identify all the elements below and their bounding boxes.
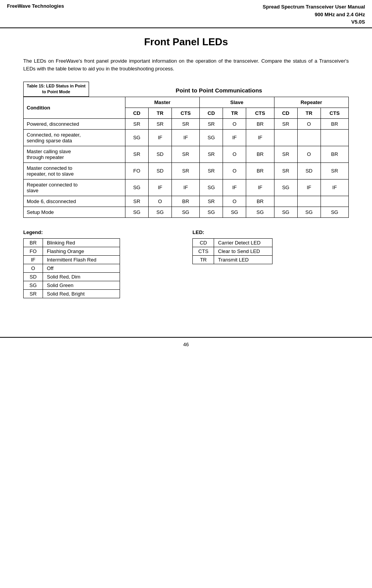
data-cell — [321, 196, 348, 207]
data-cell: IF — [223, 179, 246, 196]
legend-abbr: O — [24, 264, 43, 272]
legend-desc: Intermittent Flash Red — [43, 255, 120, 264]
legend-row: BRBlinking Red — [24, 238, 120, 247]
repeater-group-header: Repeater — [274, 97, 348, 108]
data-cell: SG — [148, 207, 171, 217]
legend-abbr: SD — [24, 272, 43, 281]
legend-row: SGSolid Green — [24, 281, 120, 289]
data-cell: SR — [274, 118, 297, 129]
data-cell: BR — [321, 118, 348, 129]
data-cell: SG — [223, 207, 246, 217]
condition-cell: Master connected torepeater, not to slav… — [24, 162, 125, 179]
data-cell: SR — [200, 162, 223, 179]
slave-group-header: Slave — [200, 97, 274, 108]
data-cell: SD — [148, 162, 171, 179]
legend-abbr: FO — [24, 247, 43, 255]
master-cd-header: CD — [125, 108, 148, 118]
data-cell: SG — [125, 179, 148, 196]
led-abbr: CTS — [193, 247, 214, 255]
legend-row: SDSolid Red, Dim — [24, 272, 120, 281]
data-cell: O — [223, 146, 246, 162]
table-row: Repeater connected toslaveSGIFIFSGIFIFSG… — [24, 179, 349, 196]
legend-abbr: IF — [24, 255, 43, 264]
document-title: Spread Spectrum Transceiver User Manual … — [263, 3, 365, 26]
condition-cell: Mode 6, disconnected — [24, 196, 125, 207]
master-tr-header: TR — [148, 108, 171, 118]
data-cell: SR — [148, 118, 171, 129]
legend-abbr: SG — [24, 281, 43, 289]
legend-led-section: Legend: BRBlinking RedFOFlashing OrangeI… — [23, 229, 349, 298]
condition-cell: Powered, disconnected — [24, 118, 125, 129]
legend-desc: Solid Red, Dim — [43, 272, 120, 281]
section-title: Point to Point Communications — [89, 87, 349, 94]
data-cell: SG — [200, 179, 223, 196]
data-cell: SR — [274, 162, 297, 179]
data-cell: O — [223, 196, 246, 207]
data-cell: IF — [246, 179, 274, 196]
data-cell — [297, 196, 321, 207]
data-cell: SG — [200, 129, 223, 146]
data-cell: BR — [246, 118, 274, 129]
data-cell: SR — [200, 146, 223, 162]
table-row: Master calling slavethrough repeaterSRSD… — [24, 146, 349, 162]
legend-desc: Flashing Orange — [43, 247, 120, 255]
legend-desc: Solid Red, Bright — [43, 289, 120, 298]
led-table: CDCarrier Detect LEDCTSClear to Send LED… — [192, 238, 273, 264]
legend-row: OOff — [24, 264, 120, 272]
led-row: CTSClear to Send LED — [193, 247, 273, 255]
data-cell: BR — [171, 196, 199, 207]
data-cell: SR — [125, 196, 148, 207]
data-cell: SR — [274, 146, 297, 162]
data-cell: SR — [171, 118, 199, 129]
data-cell: BR — [246, 146, 274, 162]
data-cell: FO — [125, 162, 148, 179]
data-cell: SG — [200, 207, 223, 217]
data-cell: SG — [321, 207, 348, 217]
table-row: Powered, disconnectedSRSRSRSROBRSROBR — [24, 118, 349, 129]
led-desc: Clear to Send LED — [214, 247, 273, 255]
company-name: FreeWave Technologies — [7, 3, 64, 9]
data-cell: IF — [246, 129, 274, 146]
page-body: Front Panel LEDs The LEDs on FreeWave's … — [0, 28, 372, 314]
data-cell: BR — [246, 196, 274, 207]
data-cell: IF — [148, 179, 171, 196]
data-cell: SR — [171, 146, 199, 162]
table-caption: Table 15: LED Status in Point to Point M… — [23, 82, 89, 97]
data-cell: SG — [274, 179, 297, 196]
table-row: Mode 6, disconnectedSROBRSROBR — [24, 196, 349, 207]
data-cell — [274, 129, 297, 146]
slave-cd-header: CD — [200, 108, 223, 118]
table-row: Setup ModeSGSGSGSGSGSGSGSGSG — [24, 207, 349, 217]
data-cell — [297, 129, 321, 146]
condition-cell: Setup Mode — [24, 207, 125, 217]
slave-tr-header: TR — [223, 108, 246, 118]
led-abbr: TR — [193, 255, 214, 264]
data-cell: SG — [125, 129, 148, 146]
data-cell: BR — [321, 146, 348, 162]
data-cell: SR — [171, 162, 199, 179]
led-section: LED: CDCarrier Detect LEDCTSClear to Sen… — [192, 229, 349, 264]
page-footer: 46 — [0, 337, 372, 350]
legend-row: SRSolid Red, Bright — [24, 289, 120, 298]
data-cell: O — [223, 162, 246, 179]
data-cell — [274, 196, 297, 207]
data-cell: O — [148, 196, 171, 207]
led-status-table: Condition Master Slave Repeater CD TR CT… — [23, 97, 349, 218]
legend-abbr: BR — [24, 238, 43, 247]
data-cell: IF — [171, 179, 199, 196]
condition-cell: Connected, no repeater,sending sparse da… — [24, 129, 125, 146]
legend-title: Legend: — [23, 229, 180, 235]
data-cell: SR — [125, 146, 148, 162]
page-header: FreeWave Technologies Spread Spectrum Tr… — [0, 0, 372, 28]
data-cell: IF — [223, 129, 246, 146]
data-cell: SG — [246, 207, 274, 217]
condition-cell: Repeater connected toslave — [24, 179, 125, 196]
led-desc: Transmit LED — [214, 255, 273, 264]
data-cell: O — [223, 118, 246, 129]
led-title: LED: — [192, 229, 349, 235]
data-cell: SR — [125, 118, 148, 129]
condition-cell: Master calling slavethrough repeater — [24, 146, 125, 162]
intro-paragraph: The LEDs on FreeWave's front panel provi… — [23, 57, 349, 74]
rep-cd-header: CD — [274, 108, 297, 118]
page-title: Front Panel LEDs — [23, 36, 349, 48]
